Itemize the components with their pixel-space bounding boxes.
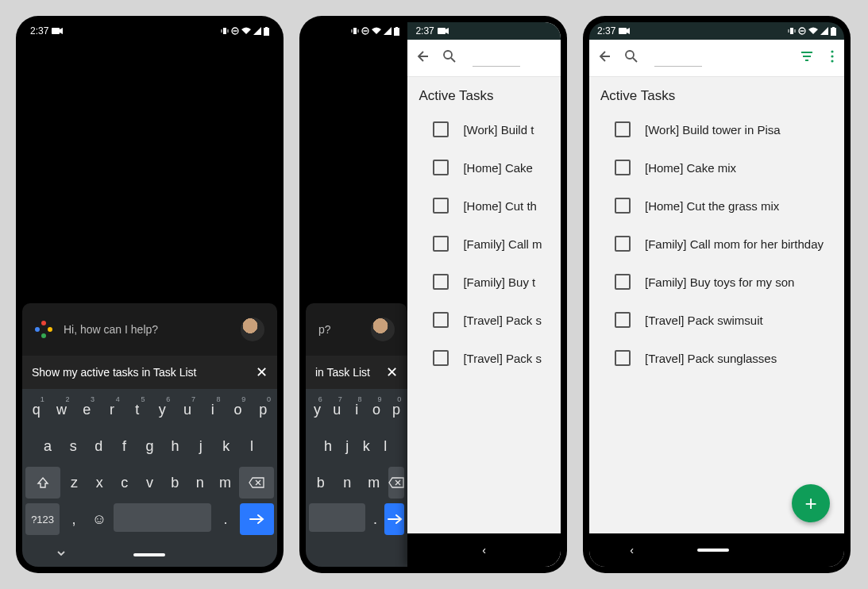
assistant-input-bar[interactable]: Show my active tasks in Task List ✕: [22, 356, 277, 389]
nav-back-icon[interactable]: ‹: [630, 544, 634, 556]
task-item[interactable]: [Home] Cake: [407, 148, 561, 187]
key-h[interactable]: h: [320, 430, 336, 462]
key-b[interactable]: b: [309, 467, 332, 499]
task-item[interactable]: [Work] Build t: [407, 110, 561, 148]
assistant-input-bar[interactable]: in Task List ✕: [306, 356, 407, 389]
key-l[interactable]: l: [377, 430, 393, 462]
send-key[interactable]: [384, 503, 404, 535]
task-checkbox[interactable]: [615, 160, 631, 175]
task-item[interactable]: [Family] Buy t: [407, 263, 561, 301]
filter-icon[interactable]: [800, 49, 814, 67]
key-w[interactable]: w2: [51, 394, 73, 425]
user-avatar[interactable]: [241, 318, 264, 341]
key-d[interactable]: d: [87, 430, 110, 462]
key-i[interactable]: i8: [349, 394, 365, 425]
task-item[interactable]: [Travel] Pack sunglasses: [589, 339, 844, 377]
key-j[interactable]: j: [190, 430, 212, 462]
back-arrow-icon[interactable]: [596, 48, 611, 67]
nav-chevron-down-icon[interactable]: [56, 548, 67, 562]
search-input[interactable]: [654, 66, 702, 67]
task-checkbox[interactable]: [615, 121, 631, 137]
period-key[interactable]: .: [214, 503, 237, 535]
key-t[interactable]: t5: [126, 394, 149, 425]
nav-home-pill[interactable]: [133, 553, 165, 556]
key-v[interactable]: v: [139, 467, 161, 499]
key-n[interactable]: n: [189, 467, 211, 499]
key-l[interactable]: l: [241, 430, 263, 462]
task-checkbox[interactable]: [433, 121, 449, 137]
key-q[interactable]: q1: [25, 394, 48, 425]
task-item[interactable]: [Family] Call m: [407, 225, 561, 263]
task-checkbox[interactable]: [433, 312, 449, 328]
period-key[interactable]: .: [368, 503, 381, 535]
key-u[interactable]: u7: [329, 394, 345, 425]
key-p[interactable]: p0: [388, 394, 405, 425]
task-checkbox[interactable]: [615, 350, 631, 366]
task-item[interactable]: [Travel] Pack s: [407, 301, 561, 339]
keyboard[interactable]: q1w2e3r4t5y6u7i8o9p0 asdfghjkl zxcvbnm ?…: [22, 389, 277, 543]
more-vert-icon[interactable]: [827, 49, 838, 67]
task-checkbox[interactable]: [433, 198, 449, 214]
key-x[interactable]: x: [88, 467, 110, 499]
task-checkbox[interactable]: [433, 274, 449, 290]
key-m[interactable]: m: [214, 467, 237, 499]
task-checkbox[interactable]: [615, 198, 631, 214]
task-item[interactable]: [Home] Cut the grass mix: [589, 187, 844, 225]
key-g[interactable]: g: [138, 430, 160, 462]
keyboard[interactable]: y6u7i8o9p0 hjkl bnm .: [306, 389, 407, 543]
key-k[interactable]: k: [215, 430, 237, 462]
task-item[interactable]: [Family] Buy toys for my son: [589, 263, 844, 301]
key-z[interactable]: z: [64, 467, 86, 499]
key-r[interactable]: r4: [101, 394, 123, 425]
task-checkbox[interactable]: [433, 350, 449, 366]
key-y[interactable]: y6: [152, 394, 174, 425]
task-checkbox[interactable]: [433, 160, 449, 175]
close-icon[interactable]: ✕: [386, 364, 398, 381]
search-icon[interactable]: [624, 49, 638, 67]
key-k[interactable]: k: [358, 430, 374, 462]
task-checkbox[interactable]: [615, 274, 631, 290]
add-task-fab[interactable]: +: [792, 484, 830, 522]
backspace-key[interactable]: [388, 467, 404, 499]
key-h[interactable]: h: [164, 430, 187, 462]
key-o[interactable]: o9: [227, 394, 249, 425]
key-y[interactable]: y6: [309, 394, 326, 425]
key-o[interactable]: o9: [368, 394, 385, 425]
key-a[interactable]: a: [37, 430, 59, 462]
task-item[interactable]: [Work] Build tower in Pisa: [589, 110, 844, 148]
key-m[interactable]: m: [362, 467, 385, 499]
key-c[interactable]: c: [114, 467, 136, 499]
search-input[interactable]: [473, 66, 520, 67]
key-j[interactable]: j: [339, 430, 355, 462]
search-icon[interactable]: [442, 49, 457, 67]
task-item[interactable]: [Home] Cake mix: [589, 148, 844, 187]
key-b[interactable]: b: [164, 467, 186, 499]
key-n[interactable]: n: [335, 467, 358, 499]
key-i[interactable]: i8: [202, 394, 224, 425]
emoji-key[interactable]: ☺: [88, 503, 110, 535]
shift-key[interactable]: [25, 467, 60, 499]
key-e[interactable]: e3: [75, 394, 98, 425]
send-key[interactable]: [240, 503, 274, 535]
task-item[interactable]: [Home] Cut th: [407, 187, 561, 225]
task-checkbox[interactable]: [615, 236, 631, 252]
nav-back-icon[interactable]: ‹: [482, 544, 486, 556]
space-key[interactable]: [309, 503, 365, 532]
key-p[interactable]: p0: [252, 394, 274, 425]
key-f[interactable]: f: [113, 430, 135, 462]
back-arrow-icon[interactable]: [414, 48, 430, 67]
task-item[interactable]: [Family] Call mom for her birthday: [589, 225, 844, 263]
nav-home-pill[interactable]: [697, 549, 729, 552]
backspace-key[interactable]: [239, 467, 274, 499]
task-item[interactable]: [Travel] Pack s: [407, 339, 561, 377]
comma-key[interactable]: ,: [63, 503, 85, 535]
close-icon[interactable]: ✕: [256, 364, 268, 381]
task-item[interactable]: [Travel] Pack swimsuit: [589, 301, 844, 339]
task-checkbox[interactable]: [433, 236, 449, 252]
key-u[interactable]: u7: [176, 394, 199, 425]
space-key[interactable]: [114, 503, 211, 532]
symbols-key[interactable]: ?123: [25, 503, 60, 535]
task-checkbox[interactable]: [615, 312, 631, 328]
key-s[interactable]: s: [62, 430, 84, 462]
user-avatar[interactable]: [371, 318, 395, 341]
